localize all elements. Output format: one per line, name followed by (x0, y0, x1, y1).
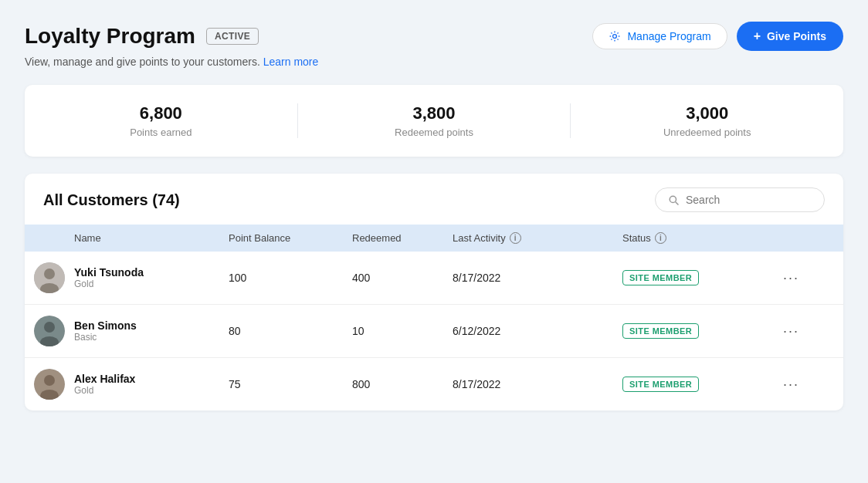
status-badge: SITE MEMBER (622, 377, 699, 392)
customers-title: All Customers (74) (43, 191, 180, 209)
more-button[interactable]: ··· (777, 270, 805, 286)
table-row: Alex Halifax Gold 75 800 8/17/2022 SITE … (25, 358, 843, 410)
col-redeemed: Redeemed (352, 232, 453, 244)
col-avatar (25, 232, 74, 244)
col-status: Status i (622, 232, 777, 244)
last-activity-info-icon: i (510, 232, 521, 244)
point-balance-cell: 80 (229, 325, 352, 337)
customers-section: All Customers (74) Name Point Balance Re… (25, 174, 843, 410)
stat-points-earned: 6,800 Points earned (25, 103, 298, 138)
page-header: Loyalty Program ACTIVE Manage Program + … (25, 22, 843, 51)
last-activity-cell: 8/17/2022 (453, 272, 622, 284)
more-actions-cell[interactable]: ··· (777, 377, 823, 393)
search-icon (668, 194, 680, 206)
stats-card: 6,800 Points earned 3,800 Redeemed point… (25, 85, 843, 157)
avatar (25, 262, 74, 293)
col-name: Name (74, 232, 229, 244)
redeemed-cell: 10 (352, 325, 453, 337)
svg-point-10 (44, 375, 55, 386)
redeemed-cell: 800 (352, 378, 453, 390)
svg-point-0 (613, 35, 617, 39)
status-badge: SITE MEMBER (622, 270, 699, 285)
col-last-activity: Last Activity i (453, 232, 622, 244)
page-title: Loyalty Program (25, 24, 195, 49)
customer-name-cell: Alex Halifax Gold (74, 373, 229, 397)
plus-icon: + (754, 29, 761, 43)
more-actions-cell[interactable]: ··· (777, 270, 823, 286)
status-info-icon: i (655, 232, 666, 244)
more-button[interactable]: ··· (777, 323, 805, 339)
redeemed-points-label: Redeemed points (395, 127, 473, 138)
subtitle: View, manage and give points to your cus… (25, 56, 843, 68)
avatar (25, 369, 74, 400)
more-button[interactable]: ··· (777, 377, 805, 393)
redeemed-points-value: 3,800 (412, 103, 455, 123)
svg-point-1 (670, 196, 676, 202)
header-right: Manage Program + Give Points (592, 22, 843, 51)
manage-program-button[interactable]: Manage Program (592, 23, 727, 49)
redeemed-cell: 400 (352, 272, 453, 284)
svg-line-2 (676, 201, 679, 204)
active-badge: ACTIVE (206, 28, 259, 45)
col-point-balance: Point Balance (229, 232, 352, 244)
table-header: Name Point Balance Redeemed Last Activit… (25, 225, 843, 252)
stat-unredeemed-points: 3,000 Unredeemed points (571, 103, 843, 138)
points-earned-label: Points earned (130, 127, 192, 138)
status-cell: SITE MEMBER (622, 377, 777, 392)
learn-more-link[interactable]: Learn more (263, 56, 319, 68)
give-points-button[interactable]: + Give Points (737, 22, 843, 51)
give-points-label: Give Points (767, 30, 826, 42)
gear-icon (609, 30, 621, 42)
more-actions-cell[interactable]: ··· (777, 323, 823, 339)
customer-name-cell: Yuki Tsunoda Gold (74, 266, 229, 290)
status-cell: SITE MEMBER (622, 323, 777, 339)
customers-header: All Customers (74) (25, 174, 843, 225)
search-input[interactable] (686, 194, 812, 206)
manage-program-label: Manage Program (627, 30, 710, 42)
header-left: Loyalty Program ACTIVE (25, 24, 259, 49)
search-box[interactable] (655, 187, 825, 212)
last-activity-cell: 6/12/2022 (453, 325, 622, 337)
table-row: Yuki Tsunoda Gold 100 400 8/17/2022 SITE… (25, 252, 843, 305)
status-badge: SITE MEMBER (622, 323, 699, 339)
unredeemed-points-label: Unredeemed points (663, 127, 751, 138)
unredeemed-points-value: 3,000 (686, 103, 728, 123)
col-actions (777, 232, 823, 244)
point-balance-cell: 100 (229, 272, 352, 284)
avatar (25, 316, 74, 346)
svg-point-7 (44, 322, 55, 333)
points-earned-value: 6,800 (140, 103, 182, 123)
customer-name-cell: Ben Simons Basic (74, 319, 229, 343)
svg-point-4 (44, 269, 55, 279)
table-row: Ben Simons Basic 80 10 6/12/2022 SITE ME… (25, 305, 843, 358)
point-balance-cell: 75 (229, 378, 352, 390)
stat-redeemed-points: 3,800 Redeemed points (298, 103, 571, 138)
status-cell: SITE MEMBER (622, 270, 777, 285)
last-activity-cell: 8/17/2022 (453, 378, 622, 390)
